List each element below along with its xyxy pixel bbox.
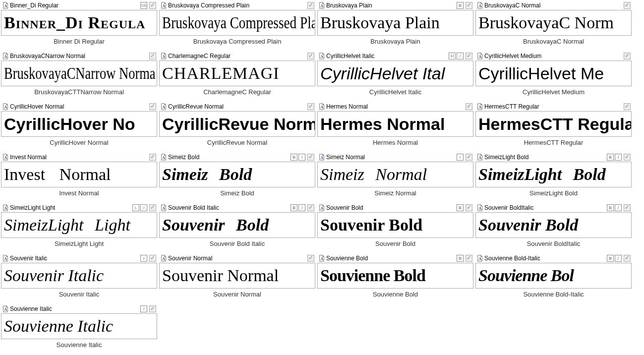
- font-item[interactable]: A BruskovayaC NormalBruskovayaC NormBrus…: [475, 1, 632, 52]
- selection-checkbox[interactable]: [307, 103, 314, 110]
- font-item-header: A Souvienne ItalicI: [1, 304, 157, 313]
- font-preview[interactable]: Souvienne Bol: [475, 263, 632, 289]
- font-preview[interactable]: Souvienne Bold: [317, 263, 473, 289]
- font-caption: CyrillicHelvet Medium: [475, 86, 632, 96]
- font-item[interactable]: A HermesCTT RegularHermesCTT RegularHerm…: [475, 102, 632, 153]
- selection-checkbox[interactable]: [624, 204, 631, 211]
- font-preview[interactable]: Souvenir Bold: [475, 212, 632, 238]
- font-preview-text: Binner_Di Regula: [4, 14, 145, 31]
- font-preview[interactable]: Souvenir Bold: [159, 212, 315, 238]
- font-preview[interactable]: Souvenir Bold: [317, 212, 473, 238]
- font-caption: CyrillicHover Normal: [1, 137, 157, 146]
- font-item-header: A HermesCTT Regular: [475, 102, 632, 111]
- selection-checkbox[interactable]: [466, 154, 472, 161]
- selection-checkbox[interactable]: [624, 53, 631, 59]
- font-preview[interactable]: Simeiz Bold: [159, 162, 315, 187]
- selection-checkbox[interactable]: [149, 53, 156, 59]
- font-item[interactable]: A Souvienne BoldBSouvienne BoldSouvienne…: [317, 254, 473, 304]
- font-item[interactable]: A SimeizLight LightLISimeizLight LightSi…: [1, 203, 157, 254]
- selection-checkbox[interactable]: [149, 305, 156, 312]
- selection-checkbox[interactable]: [149, 103, 156, 110]
- font-preview[interactable]: Souvienne Italic: [1, 313, 157, 339]
- font-style-badges: I: [140, 305, 147, 312]
- font-item[interactable]: A Hermes NormalHermes NormalHermes Norma…: [317, 102, 473, 153]
- selection-checkbox[interactable]: [466, 53, 472, 59]
- font-preview[interactable]: Simeiz Normal: [317, 162, 473, 187]
- selection-checkbox[interactable]: [149, 255, 156, 262]
- font-preview[interactable]: CyrillicRevue Norm: [159, 111, 315, 137]
- selection-checkbox[interactable]: [149, 204, 156, 211]
- selection-checkbox[interactable]: [466, 255, 472, 262]
- selection-checkbox[interactable]: [307, 204, 314, 211]
- font-item-header: A Souvenir BoldItalicBI: [475, 203, 632, 212]
- font-name: CyrillicRevue Normal: [168, 103, 305, 110]
- font-item[interactable]: A Souvienne ItalicISouvienne ItalicSouvi…: [1, 304, 157, 355]
- selection-checkbox[interactable]: [307, 255, 314, 262]
- selection-checkbox[interactable]: [466, 103, 472, 110]
- font-item[interactable]: A BruskovayaCNarrow NormalBruskovayaCNar…: [1, 52, 157, 102]
- font-preview[interactable]: Souvenir Normal: [159, 263, 315, 289]
- font-item[interactable]: A SimeizLight BoldBISimeizLight BoldSime…: [475, 153, 632, 203]
- svg-text:A: A: [478, 206, 481, 211]
- font-preview[interactable]: SimeizLight Bold: [475, 162, 632, 187]
- font-item[interactable]: A Souvenir Bold ItalicBISouvenir BoldSou…: [159, 203, 315, 254]
- font-preview[interactable]: Souvenir Italic: [1, 263, 157, 289]
- font-file-icon: A: [2, 2, 9, 9]
- font-item[interactable]: A Souvenir ItalicISouvenir ItalicSouveni…: [1, 254, 157, 304]
- font-caption: SimeizLight Light: [1, 238, 157, 247]
- selection-checkbox[interactable]: [624, 255, 631, 262]
- font-item[interactable]: A Bruskovaya Compressed PlainBruskovaya …: [159, 1, 315, 52]
- font-item[interactable]: A Simeiz NormalISimeiz NormalSimeiz Norm…: [317, 153, 473, 203]
- font-item[interactable]: A CyrillicHelvet ItalicMICyrillicHelvet …: [317, 52, 473, 102]
- font-preview[interactable]: CHARLEMAGI: [159, 60, 315, 86]
- svg-text:A: A: [478, 55, 481, 59]
- font-item[interactable]: A Souvienne Bold-ItalicBISouvienne BolSo…: [475, 254, 632, 304]
- font-preview[interactable]: HermesCTT Regular: [475, 111, 632, 137]
- style-badge-b: B: [607, 204, 614, 211]
- font-file-icon: A: [2, 103, 9, 110]
- svg-text:A: A: [320, 4, 323, 8]
- font-item[interactable]: A CharlemagneC RegularCHARLEMAGICharlema…: [159, 52, 315, 102]
- font-item[interactable]: A Bruskovaya PlainBBruskovaya PlainBrusk…: [317, 1, 473, 52]
- font-file-icon: A: [160, 154, 167, 161]
- font-name: Simeiz Normal: [326, 154, 457, 161]
- font-file-icon: A: [160, 53, 167, 59]
- font-preview[interactable]: Invest Normal: [1, 162, 157, 187]
- font-item[interactable]: A CyrillicHover NormalCyrillicHover NoCy…: [1, 102, 157, 153]
- style-badge-i: I: [298, 154, 305, 161]
- selection-checkbox[interactable]: [624, 154, 631, 161]
- font-caption: CharlemagneC Regular: [159, 86, 315, 96]
- selection-checkbox[interactable]: [307, 2, 314, 9]
- font-item[interactable]: A Souvenir BoldItalicBISouvenir BoldSouv…: [475, 203, 632, 254]
- font-caption: Hermes Normal: [317, 137, 473, 146]
- font-item[interactable]: A CyrillicHelvet MediumCyrillicHelvet Me…: [475, 52, 632, 102]
- font-name: Hermes Normal: [326, 103, 464, 110]
- font-item[interactable]: A Binner_Di RegularSBBinner_Di RegulaBin…: [1, 1, 157, 52]
- selection-checkbox[interactable]: [466, 2, 472, 9]
- font-preview[interactable]: BruskovayaC Norm: [475, 10, 632, 36]
- font-preview[interactable]: Hermes Normal: [317, 111, 473, 137]
- font-item[interactable]: A Invest NormalInvest NormalInvest Norma…: [1, 153, 157, 203]
- font-name: SimeizLight Light: [10, 204, 132, 211]
- font-preview[interactable]: BruskovayaCNarrow Norma: [1, 60, 157, 86]
- font-item-header: A Hermes Normal: [317, 102, 473, 111]
- selection-checkbox[interactable]: [149, 2, 156, 9]
- selection-checkbox[interactable]: [466, 204, 472, 211]
- selection-checkbox[interactable]: [624, 2, 631, 9]
- font-item[interactable]: A Souvenir BoldBSouvenir BoldSouvenir Bo…: [317, 203, 473, 254]
- font-item[interactable]: A CyrillicRevue NormalCyrillicRevue Norm…: [159, 102, 315, 153]
- font-preview[interactable]: Bruskovaya Compressed Pla: [159, 10, 315, 36]
- selection-checkbox[interactable]: [307, 53, 314, 59]
- font-item[interactable]: A Simeiz BoldBISimeiz BoldSimeiz Bold: [159, 153, 315, 203]
- font-preview[interactable]: CyrillicHover No: [1, 111, 157, 137]
- selection-checkbox[interactable]: [624, 103, 631, 110]
- selection-checkbox[interactable]: [307, 154, 314, 161]
- font-item[interactable]: A Souvenir NormalSouvenir NormalSouvenir…: [159, 254, 315, 304]
- font-preview[interactable]: SimeizLight Light: [1, 212, 157, 238]
- font-preview[interactable]: Binner_Di Regula: [1, 10, 157, 36]
- selection-checkbox[interactable]: [149, 154, 156, 161]
- font-preview[interactable]: CyrillicHelvet Ital: [317, 60, 473, 86]
- font-preview[interactable]: Bruskovaya Plain: [317, 10, 473, 36]
- svg-text:A: A: [478, 105, 481, 110]
- font-preview[interactable]: CyrillicHelvet Me: [475, 60, 632, 86]
